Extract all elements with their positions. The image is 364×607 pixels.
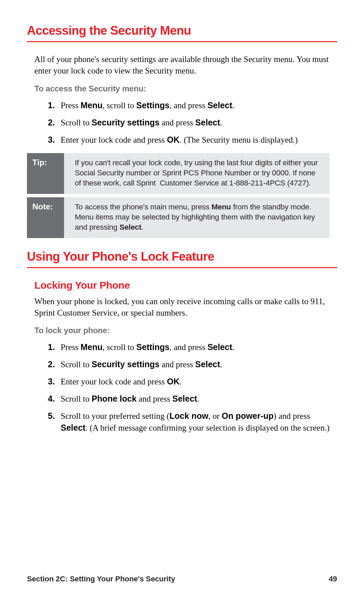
section-accessing-security-menu: Accessing the Security Menu All of your …: [27, 24, 337, 238]
intro-text: All of your phone's security settings ar…: [34, 54, 330, 77]
step-text: Scroll to Security settings and press Se…: [61, 358, 330, 370]
step-item: 3.Enter your lock code and press OK.: [48, 376, 330, 387]
section-using-lock-feature: Using Your Phone's Lock Feature Locking …: [27, 250, 337, 434]
step-item: 4.Scroll to Phone lock and press Select.: [48, 393, 330, 405]
subheading-locking-your-phone: Locking Your Phone: [34, 280, 337, 291]
step-item: 2.Scroll to Security settings and press …: [48, 358, 330, 370]
step-text: Enter your lock code and press OK.: [61, 376, 330, 387]
step-text: Scroll to Phone lock and press Select.: [61, 393, 330, 405]
callout-tip: Tip: If you can't recall your lock code,…: [27, 153, 330, 194]
step-text: Press Menu, scroll to Settings, and pres…: [61, 341, 330, 353]
subhead-access-security-menu: To access the Security menu:: [34, 84, 330, 93]
callout-label-tip: Tip:: [27, 153, 64, 194]
heading-accessing-security-menu: Accessing the Security Menu: [27, 24, 337, 42]
page-footer: Section 2C: Setting Your Phone's Securit…: [27, 575, 337, 583]
step-number: 5.: [48, 410, 61, 434]
intro-text: When your phone is locked, you can only …: [34, 296, 330, 319]
callout-note: Note: To access the phone's main menu, p…: [27, 197, 330, 238]
subhead-to-lock-phone: To lock your phone:: [34, 326, 330, 335]
step-number: 1.: [48, 341, 61, 353]
step-number: 2.: [48, 358, 61, 370]
step-number: 2.: [48, 117, 61, 128]
callout-body-note: To access the phone's main menu, press M…: [64, 197, 330, 238]
step-text: Enter your lock code and press OK. (The …: [61, 134, 330, 146]
steps-list: 1.Press Menu, scroll to Settings, and pr…: [48, 341, 330, 434]
step-number: 3.: [48, 376, 61, 387]
step-number: 1.: [48, 99, 61, 111]
step-text: Scroll to your preferred setting (Lock n…: [61, 410, 330, 434]
callout-body-tip: If you can't recall your lock code, try …: [64, 153, 330, 194]
step-item: 1.Press Menu, scroll to Settings, and pr…: [48, 99, 330, 111]
step-item: 3.Enter your lock code and press OK. (Th…: [48, 134, 330, 146]
heading-using-lock-feature: Using Your Phone's Lock Feature: [27, 250, 337, 268]
step-item: 2.Scroll to Security settings and press …: [48, 117, 330, 128]
step-item: 5.Scroll to your preferred setting (Lock…: [48, 410, 330, 434]
step-text: Scroll to Security settings and press Se…: [61, 117, 330, 128]
step-number: 4.: [48, 393, 61, 405]
callout-label-note: Note:: [27, 197, 64, 238]
steps-list: 1.Press Menu, scroll to Settings, and pr…: [48, 99, 330, 146]
step-text: Press Menu, scroll to Settings, and pres…: [61, 99, 330, 111]
step-number: 3.: [48, 134, 61, 146]
footer-section-label: Section 2C: Setting Your Phone's Securit…: [27, 575, 175, 583]
step-item: 1.Press Menu, scroll to Settings, and pr…: [48, 341, 330, 353]
footer-page-number: 49: [329, 575, 337, 583]
